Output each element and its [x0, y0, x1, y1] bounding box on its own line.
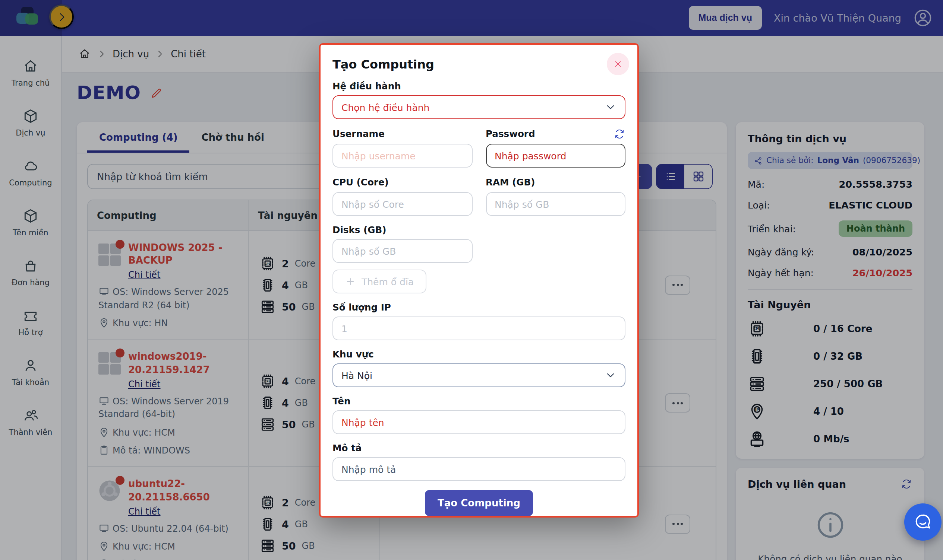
cpu-field[interactable] — [332, 192, 472, 216]
region-label: Khu vực — [332, 349, 625, 360]
chat-icon — [913, 512, 932, 532]
description-label: Mô tả — [332, 443, 625, 454]
modal-title: Tạo Computing — [332, 57, 625, 71]
password-label: Password — [486, 129, 535, 139]
name-label: Tên — [332, 396, 625, 406]
password-field[interactable] — [486, 144, 625, 168]
generate-password-icon[interactable] — [614, 128, 625, 140]
ram-field[interactable] — [486, 192, 625, 216]
close-button[interactable] — [607, 53, 629, 75]
cpu-label: CPU (Core) — [332, 177, 389, 188]
disks-label: Disks (GB) — [332, 225, 625, 235]
name-field[interactable] — [332, 410, 625, 434]
close-icon — [613, 59, 623, 69]
ip-count-label: Số lượng IP — [332, 302, 625, 313]
ip-count-field[interactable] — [332, 317, 625, 340]
chevron-down-icon — [605, 369, 616, 381]
app-root: Mua dịch vụ Xin chào Vũ Thiện Quang Tran… — [0, 0, 943, 560]
username-field[interactable] — [332, 144, 472, 168]
disks-field[interactable] — [332, 239, 472, 263]
plus-icon — [345, 276, 356, 287]
ram-label: RAM (GB) — [486, 177, 535, 188]
chevron-down-icon — [605, 101, 616, 113]
create-computing-submit-button[interactable]: Tạo Computing — [425, 490, 533, 516]
chat-support-button[interactable] — [904, 503, 941, 541]
os-label: Hệ điều hành — [332, 81, 625, 92]
username-label: Username — [332, 129, 385, 139]
add-disk-button[interactable]: Thêm ổ đĩa — [332, 269, 426, 294]
region-select[interactable]: Hà Nội — [332, 363, 625, 387]
os-select[interactable]: Chọn hệ điều hành — [332, 95, 625, 119]
description-field[interactable] — [332, 457, 625, 481]
create-computing-modal: Tạo Computing Hệ điều hành Chọn hệ điều … — [319, 43, 639, 518]
